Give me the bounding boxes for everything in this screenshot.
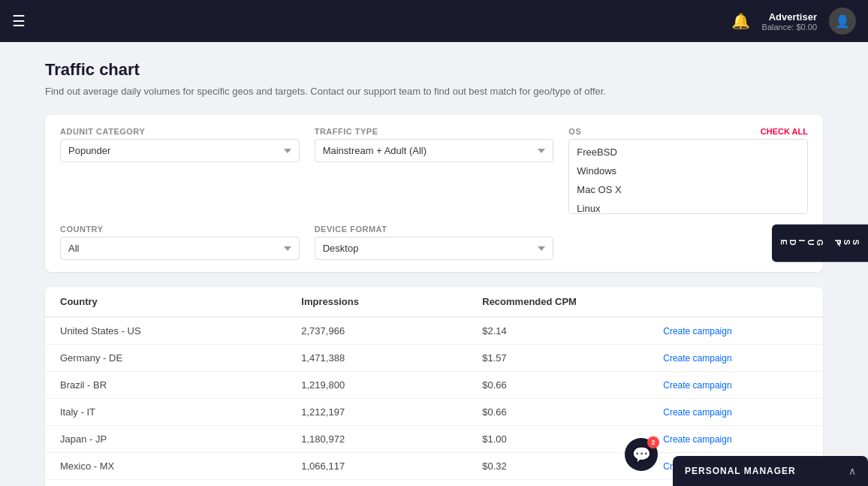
chat-bubble[interactable]: 💬 2 [625, 438, 658, 471]
user-info: Advertiser Balance: $0.00 [762, 11, 817, 32]
page-subtitle: Find out average daily volumes for speci… [45, 86, 823, 97]
device-format-select[interactable]: Desktop [315, 237, 554, 260]
cell-country: Brazil - BR [60, 379, 301, 391]
table-row: Japan - JP 1,180,972 $1.00 Create campai… [45, 426, 823, 453]
cell-country: Germany - DE [60, 352, 301, 364]
cell-action: Create campaign [663, 406, 808, 418]
col-header-cpm: Recommended CPM [482, 296, 663, 307]
cell-action: Create campaign [663, 325, 808, 337]
adunit-filter-group: AdUnit category Popunder [60, 127, 300, 214]
traffic-type-select[interactable]: Mainstream + Adult (All) [315, 139, 554, 162]
table-row: United States - US 2,737,966 $2.14 Creat… [45, 318, 823, 345]
user-name: Advertiser [762, 11, 817, 23]
cell-cpm: $0.66 [482, 406, 663, 418]
cell-impressions: 1,471,388 [301, 352, 482, 364]
cell-action: Create campaign [663, 379, 808, 391]
create-campaign-button[interactable]: Create campaign [663, 434, 731, 445]
os-item-macosx[interactable]: Mac OS X [569, 180, 807, 199]
device-format-filter-group: Device format Desktop [315, 225, 554, 260]
table-row: Brazil - BR 1,219,800 $0.66 Create campa… [45, 372, 823, 399]
col-header-impressions: Impressions [301, 296, 482, 307]
cell-country: United States - US [60, 325, 301, 337]
col-header-action [663, 296, 808, 307]
ssp-guide[interactable]: SSPGUIDE [772, 224, 868, 262]
adunit-select[interactable]: Popunder [60, 139, 300, 162]
top-nav: ☰ 🔔 Advertiser Balance: $0.00 👤 [0, 0, 868, 42]
cell-country: Mexico - MX [60, 460, 301, 472]
check-all-link[interactable]: CHECK ALL [761, 127, 808, 136]
nav-balance: Balance: $0.00 [762, 23, 817, 32]
cell-cpm: $1.57 [482, 352, 663, 364]
personal-manager-bar[interactable]: PERSONAL MANAGER ∧ [673, 456, 868, 486]
pm-label: PERSONAL MANAGER [685, 466, 796, 476]
country-label: Country [60, 225, 300, 234]
cell-impressions: 1,219,800 [301, 379, 482, 391]
country-select[interactable]: All [60, 237, 300, 260]
filter-row-1: AdUnit category Popunder Traffic type Ma… [60, 127, 808, 214]
cell-cpm: $2.14 [482, 325, 663, 337]
adunit-label: AdUnit category [60, 127, 300, 136]
table-row: Italy - IT 1,212,197 $0.66 Create campai… [45, 399, 823, 426]
create-campaign-button[interactable]: Create campaign [663, 407, 731, 418]
os-item-windows[interactable]: Windows [569, 161, 807, 180]
cell-action: Create campaign [663, 433, 808, 445]
pm-chevron-icon: ∧ [848, 465, 856, 477]
country-filter-group: Country All [60, 225, 300, 260]
page-title: Traffic chart [45, 60, 823, 80]
table-header-row: Country Impressions Recommended CPM [45, 287, 823, 318]
os-item-linux[interactable]: Linux [569, 199, 807, 214]
cell-country: Japan - JP [60, 433, 301, 445]
device-format-label: Device format [315, 225, 554, 234]
nav-right: 🔔 Advertiser Balance: $0.00 👤 [731, 8, 856, 35]
nav-left: ☰ [12, 12, 26, 30]
cell-country: Italy - IT [60, 406, 301, 418]
os-header: OS CHECK ALL [568, 127, 808, 136]
chat-badge: 2 [647, 436, 659, 448]
cell-action: Create campaign [663, 352, 808, 364]
main-content: Traffic chart Find out average daily vol… [21, 42, 847, 486]
filter-section: AdUnit category Popunder Traffic type Ma… [45, 115, 823, 272]
cell-impressions: 2,737,966 [301, 325, 482, 337]
ssp-chevron-icon[interactable]: ‹ [837, 237, 841, 250]
avatar[interactable]: 👤 [829, 8, 856, 35]
hamburger-icon[interactable]: ☰ [12, 12, 26, 30]
cell-impressions: 1,212,197 [301, 406, 482, 418]
create-campaign-button[interactable]: Create campaign [663, 326, 731, 337]
traffic-type-filter-group: Traffic type Mainstream + Adult (All) [315, 127, 554, 214]
os-filter-group: OS CHECK ALL FreeBSD Windows Mac OS X Li… [568, 127, 808, 214]
chat-icon: 💬 [632, 445, 651, 463]
cell-impressions: 1,066,117 [301, 460, 482, 472]
col-header-country: Country [60, 296, 301, 307]
create-campaign-button[interactable]: Create campaign [663, 353, 731, 364]
table-row: Germany - DE 1,471,388 $1.57 Create camp… [45, 345, 823, 372]
os-list[interactable]: FreeBSD Windows Mac OS X Linux [568, 139, 808, 214]
cell-impressions: 1,180,972 [301, 433, 482, 445]
traffic-type-label: Traffic type [315, 127, 554, 136]
create-campaign-button[interactable]: Create campaign [663, 380, 731, 391]
os-item-freebsd[interactable]: FreeBSD [569, 143, 807, 161]
cell-cpm: $0.66 [482, 379, 663, 391]
filter-row-2: Country All Device format Desktop [60, 225, 808, 260]
notification-bell-icon[interactable]: 🔔 [731, 12, 750, 30]
os-label: OS [568, 127, 581, 136]
